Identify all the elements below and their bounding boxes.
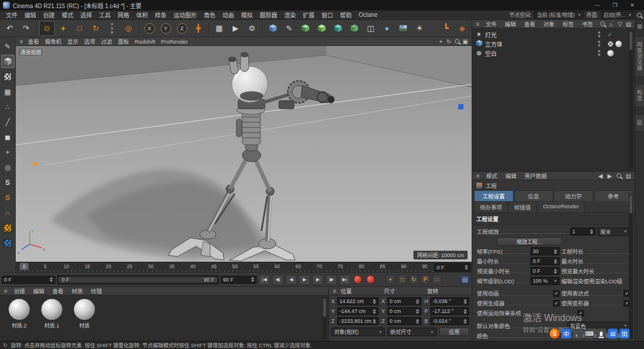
frame-field[interactable]: 0 F [434, 263, 470, 272]
lock-y-axis-icon[interactable]: Y [158, 21, 174, 36]
tab-info[interactable]: 信息 [514, 190, 554, 201]
menu-character[interactable]: 角色 [200, 10, 219, 20]
spline-pen-icon[interactable]: ✎ [281, 21, 297, 36]
viewport-toggle-icon[interactable]: ▣ [461, 38, 469, 45]
model-mode-icon[interactable] [1, 55, 15, 68]
make-editable-icon[interactable]: ✎ [1, 40, 15, 53]
current-frame-field[interactable]: 0 F [2, 276, 55, 284]
light-object-dot[interactable] [33, 162, 37, 166]
key-rotation-icon[interactable]: ↻ [409, 275, 419, 284]
visibility-dots[interactable] [598, 41, 600, 47]
material-name[interactable]: 材质.2 [12, 322, 27, 329]
polygons-mode-icon[interactable]: ◼ [1, 130, 15, 144]
mat-menu-material[interactable]: 材质 [68, 286, 86, 295]
history-back-icon[interactable]: ◀ [596, 173, 604, 179]
redo-icon[interactable]: ↷ [18, 21, 34, 36]
key-position-icon[interactable]: + [385, 275, 395, 284]
scale-project-button[interactable]: 缩放工程... [497, 237, 562, 246]
scale-unit-select[interactable]: 厘米▼ [597, 227, 630, 236]
quantize-snap-icon[interactable]: S [1, 191, 15, 204]
menu-spline[interactable]: 样条 [151, 10, 170, 20]
panel-menu-icon[interactable]: ≡ [331, 288, 338, 294]
material-item[interactable]: 材质 [71, 299, 98, 340]
vp-menu-panel[interactable]: 面板 [115, 37, 132, 45]
workplane-lock-icon[interactable] [1, 221, 15, 234]
vp-menu-prorender[interactable]: ProRender [158, 38, 190, 45]
search-icon[interactable] [637, 13, 642, 17]
punctuation-icon[interactable]: ， [573, 329, 583, 339]
live-selection-tool-icon[interactable]: ⊙ [39, 21, 55, 36]
material-tag-icon[interactable] [615, 41, 622, 47]
rotation-b-field[interactable]: -0.024 ° [430, 317, 469, 325]
grid-tile-icon[interactable]: 田 [620, 329, 629, 339]
lock-x-axis-icon[interactable]: X [141, 21, 157, 36]
history-forward-icon[interactable]: ▶ [606, 173, 614, 179]
workplane-mode-icon[interactable]: ▦ [1, 85, 15, 98]
menu-tracker[interactable]: 跟踪器 [256, 10, 281, 20]
menu-volume[interactable]: 体积 [133, 10, 151, 20]
paint-tool-icon[interactable]: ◆ [454, 21, 470, 36]
tab-todo[interactable]: 待办事项 [474, 201, 508, 212]
viewport-orbit-icon[interactable]: ↻ [445, 38, 453, 45]
object-row-light[interactable]: ☀ 灯光 ✓ [472, 30, 635, 39]
om-panel-icon[interactable]: ▤ [625, 21, 632, 27]
tab-content-browser[interactable]: 内容浏览器 [635, 36, 644, 77]
undo-icon[interactable]: ↶ [2, 21, 17, 36]
menu-tools[interactable]: 工具 [95, 10, 114, 20]
workplane-axis-icon[interactable]: ┗ [438, 21, 454, 36]
om-filter-icon[interactable]: ▽ [616, 21, 624, 27]
mat-menu-edit[interactable]: 编辑 [30, 286, 48, 295]
environment-icon[interactable] [395, 21, 411, 36]
apply-button[interactable]: 应用 [439, 327, 469, 336]
next-frame-button[interactable]: ▶ [312, 275, 324, 285]
project-scale-field[interactable]: 1 [570, 227, 596, 236]
object-name[interactable]: 灯光 [485, 30, 497, 39]
planar-workplane-icon[interactable] [1, 236, 15, 250]
move-tool-icon[interactable]: + [55, 21, 71, 36]
object-row-null[interactable]: ⊕ 空白 [472, 48, 635, 58]
render-view-icon[interactable]: ▦ [211, 21, 227, 36]
texture-mode-icon[interactable] [1, 70, 15, 83]
generator-icon[interactable] [314, 21, 330, 36]
lock-z-axis-icon[interactable]: Z [174, 21, 190, 36]
panel-menu-icon[interactable]: ≡ [475, 21, 481, 27]
range-end-field[interactable]: 90 F [221, 276, 257, 284]
object-row-cube[interactable]: 立方体 [472, 39, 635, 48]
om-menu-edit[interactable]: 编辑 [501, 19, 519, 29]
tab-project-settings[interactable]: 工程设置 [474, 190, 514, 201]
key-scale-icon[interactable]: □ [397, 275, 407, 284]
panel-menu-icon[interactable]: ≡ [475, 173, 482, 179]
menu-select[interactable]: 选择 [77, 10, 95, 20]
material-preview[interactable] [74, 299, 95, 320]
am-menu-edit[interactable]: 编辑 [502, 172, 520, 180]
menu-window[interactable]: 窗口 [318, 10, 337, 20]
maximize-button[interactable]: ❒ [606, 0, 624, 10]
next-key-button[interactable]: |▶ [325, 275, 337, 285]
am-search-icon[interactable] [615, 173, 623, 179]
timeline-window-icon[interactable]: ▤ [460, 275, 470, 284]
tab-dynamics[interactable]: 动力学 [554, 190, 593, 201]
panel-menu-icon[interactable]: ≡ [2, 288, 9, 294]
rotation-h-field[interactable]: -0.036 ° [430, 297, 469, 305]
menu-create[interactable]: 创建 [40, 10, 58, 20]
position-x-field[interactable]: 14.622 cm [337, 297, 378, 305]
tab-structure[interactable]: 构造 [635, 84, 644, 107]
menu-help[interactable]: 帮助 [337, 10, 355, 20]
deformer-icon[interactable] [346, 21, 362, 36]
om-menu-bookmarks[interactable]: 书签 [578, 19, 596, 29]
rotation-p-field[interactable]: -17.113 ° [430, 307, 469, 315]
object-name[interactable]: 空白 [485, 49, 497, 58]
size-y-field[interactable]: 0 cm [387, 307, 422, 315]
menu-animate[interactable]: 动画 [219, 10, 238, 20]
minimize-button[interactable]: — [589, 0, 606, 10]
go-to-end-button[interactable]: ▶| [339, 275, 351, 285]
enabled-check-icon[interactable]: ✓ [607, 31, 612, 38]
tab-layers[interactable]: 层 [635, 114, 644, 131]
frame-range-slider[interactable]: 0 F90 F [57, 275, 219, 284]
menu-file[interactable]: 文件 [2, 10, 21, 20]
record-keyframe-button[interactable] [353, 275, 362, 284]
mat-menu-create[interactable]: 创建 [10, 286, 29, 295]
tab-referencing[interactable]: 参考 [594, 190, 634, 201]
previous-key-button[interactable]: ◀| [272, 275, 284, 285]
edges-mode-icon[interactable]: ╱ [1, 115, 15, 129]
